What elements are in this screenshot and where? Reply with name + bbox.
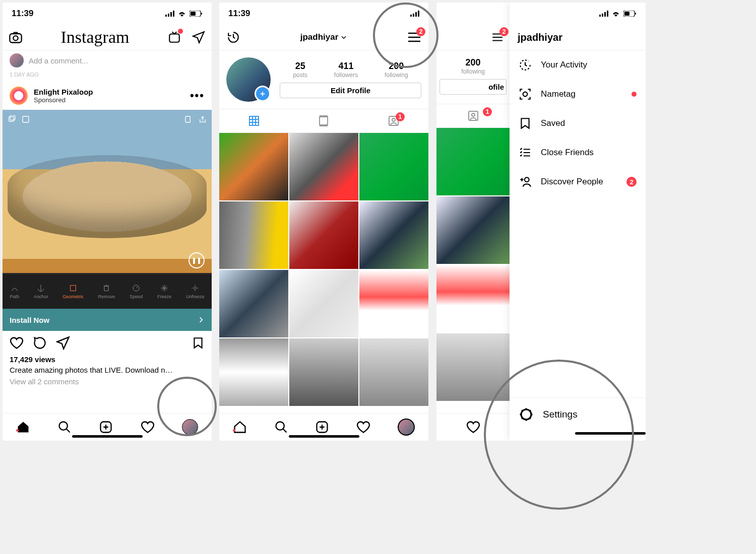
svg-rect-20: [413, 14, 414, 17]
like-icon[interactable]: [10, 336, 24, 350]
igtv-icon[interactable]: [167, 30, 181, 44]
menu-icon[interactable]: 2: [490, 30, 505, 44]
underlay-edit-button[interactable]: ofile: [439, 79, 507, 95]
svg-point-17: [59, 422, 68, 430]
svg-rect-21: [415, 12, 417, 17]
tool-unfreeze[interactable]: Unfreeze: [186, 284, 205, 299]
post-thumb[interactable]: [219, 201, 288, 269]
nav-activity-icon[interactable]: [466, 420, 480, 434]
edit-profile-button[interactable]: Edit Profile: [280, 83, 421, 98]
post-thumb[interactable]: [219, 270, 288, 337]
svg-rect-9: [169, 34, 179, 42]
svg-rect-32: [602, 14, 603, 17]
post-thumb[interactable]: [436, 128, 510, 195]
direct-icon[interactable]: [192, 30, 206, 44]
menu-close-friends[interactable]: Close Friends: [510, 138, 646, 167]
nav-search-icon[interactable]: [274, 420, 288, 434]
post-thumb[interactable]: [289, 338, 358, 406]
tool-remove[interactable]: Remove: [98, 284, 115, 299]
sponsor-tag: Sponsored: [34, 96, 93, 104]
post-thumb[interactable]: [219, 133, 288, 200]
underlay-following: 200following: [436, 50, 510, 79]
save-icon[interactable]: [192, 336, 205, 350]
signal-icon: [410, 11, 419, 17]
share-post-icon[interactable]: [56, 336, 70, 350]
post-thumb[interactable]: [359, 338, 428, 406]
tab-tagged[interactable]: 1: [359, 109, 428, 132]
battery-icon: [623, 11, 637, 17]
post-more-icon[interactable]: •••: [190, 89, 205, 102]
menu-settings[interactable]: Settings: [510, 397, 646, 431]
menu-saved[interactable]: Saved: [510, 109, 646, 138]
nav-activity-icon[interactable]: [356, 420, 370, 434]
svg-point-26: [392, 118, 395, 121]
tool-speed[interactable]: Speed: [130, 284, 143, 299]
tab-grid[interactable]: [219, 109, 289, 132]
post-thumb[interactable]: [359, 133, 428, 200]
menu-your-activity[interactable]: Your Activity: [510, 50, 646, 80]
nav-add-icon[interactable]: [315, 420, 329, 434]
profile-header: jpadhiyar 2: [219, 25, 428, 50]
bottom-nav: [219, 413, 428, 441]
svg-rect-2: [170, 12, 172, 17]
profile-avatar[interactable]: ＋: [226, 57, 271, 102]
tool-freeze[interactable]: Freeze: [157, 284, 171, 299]
tab-feed[interactable]: [289, 109, 358, 132]
views-count[interactable]: 17,429 views: [3, 355, 212, 364]
saved-icon: [519, 117, 532, 130]
view-comments-link[interactable]: View all 2 comments: [3, 376, 212, 390]
pause-icon[interactable]: ❚❚: [188, 252, 205, 268]
home-indicator: [72, 435, 143, 438]
menu-discover-people[interactable]: Discover People 2: [510, 167, 646, 196]
post-thumb[interactable]: [436, 196, 510, 264]
svg-rect-37: [635, 13, 636, 15]
tagged-badge: 1: [396, 112, 405, 121]
sponsor-avatar-icon[interactable]: [10, 87, 28, 105]
post-thumb[interactable]: [289, 201, 358, 269]
post-thumb[interactable]: [219, 338, 288, 406]
menu-icon[interactable]: 2: [407, 30, 421, 44]
menu-badge: 2: [416, 27, 425, 36]
activity-icon: [519, 58, 532, 72]
home-indicator: [575, 432, 646, 435]
sponsor-name[interactable]: Enlight Pixaloop: [34, 88, 93, 96]
archive-icon[interactable]: [226, 30, 240, 44]
close-friends-icon: [519, 146, 532, 159]
add-story-icon[interactable]: ＋: [255, 86, 271, 102]
post-thumb[interactable]: [359, 201, 428, 269]
nav-activity-icon[interactable]: [141, 420, 155, 434]
nav-profile-avatar[interactable]: [398, 419, 415, 436]
nav-profile-avatar[interactable]: [182, 419, 198, 435]
menu-nametag[interactable]: Nametag: [510, 80, 646, 109]
comment-input-row[interactable]: Add a comment...: [3, 50, 212, 71]
tool-anchor[interactable]: Anchor: [34, 284, 48, 299]
tool-geometric[interactable]: Geometric: [62, 284, 84, 299]
svg-rect-31: [599, 15, 601, 17]
avatar-icon: [10, 53, 24, 67]
username-dropdown[interactable]: jpadhiyar: [300, 32, 348, 42]
tab-tagged[interactable]: 1: [436, 104, 510, 127]
camera-icon[interactable]: [9, 30, 23, 44]
nav-home-icon[interactable]: [233, 420, 247, 434]
post-thumb[interactable]: [289, 270, 358, 337]
post-thumb[interactable]: [289, 133, 358, 200]
post-media[interactable]: ❚❚ Path Anchor Geometric Remove Speed Fr…: [3, 110, 212, 309]
svg-rect-7: [10, 34, 21, 43]
post-thumb[interactable]: [359, 270, 428, 337]
stat-following[interactable]: 200following: [385, 61, 408, 79]
nav-search-icon[interactable]: [57, 420, 72, 434]
status-bar: [510, 3, 646, 25]
comment-icon[interactable]: [33, 336, 47, 350]
post-thumb[interactable]: [436, 333, 510, 401]
nav-home-icon[interactable]: [16, 420, 30, 434]
signal-icon: [599, 11, 608, 17]
drawer-underlay: 2 200following ofile 1: [436, 3, 510, 441]
nav-add-icon[interactable]: [99, 420, 113, 434]
stat-followers[interactable]: 411followers: [334, 61, 358, 79]
install-button[interactable]: Install Now: [3, 309, 212, 331]
tool-path[interactable]: Path: [10, 284, 19, 299]
post-thumb[interactable]: [436, 265, 510, 332]
phone-profile: 11:39 jpadhiyar 2 ＋ 25posts 411followers…: [219, 3, 428, 441]
svg-rect-5: [191, 12, 196, 16]
stat-posts[interactable]: 25posts: [293, 61, 307, 79]
